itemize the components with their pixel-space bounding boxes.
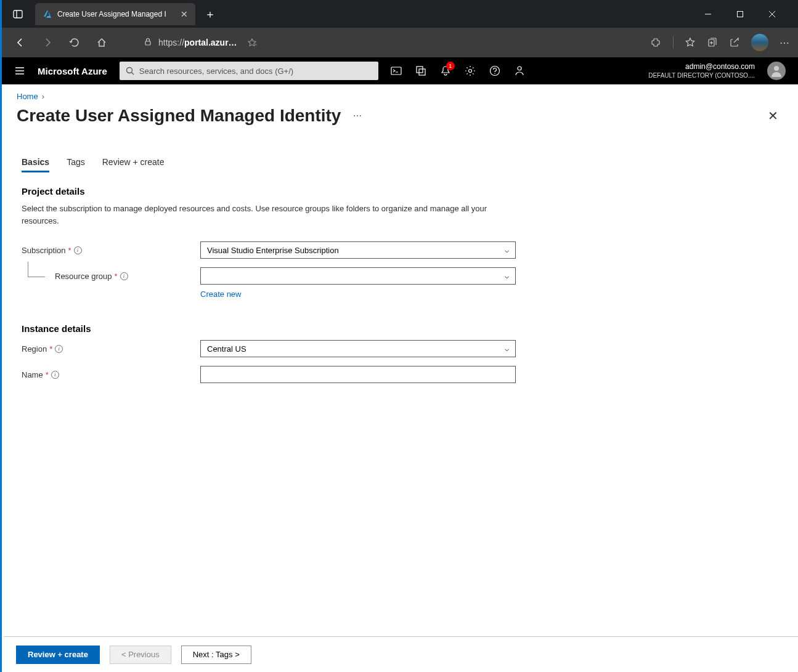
subscription-dropdown[interactable]: Visual Studio Enterprise Subscription ⌵ [200,241,516,259]
account-email: admin@contoso.com [648,62,755,72]
forward-button[interactable] [36,31,59,54]
maximize-button[interactable] [736,10,754,18]
region-dropdown[interactable]: Central US ⌵ [200,340,516,357]
svg-point-21 [494,73,495,74]
previous-button: < Previous [110,646,171,664]
tab-close-icon[interactable]: ✕ [181,9,188,19]
tab-review[interactable]: Review + create [102,153,165,172]
more-menu-icon[interactable]: ⋯ [780,37,791,49]
cloud-shell-icon[interactable] [391,65,402,76]
subscription-row: Subscription* i Visual Studio Enterprise… [17,241,783,259]
refresh-button[interactable] [63,31,86,54]
toolbar-divider [673,36,674,49]
subscription-value: Visual Studio Enterprise Subscription [207,246,339,255]
breadcrumb: Home › [17,92,783,101]
chevron-right-icon: › [42,92,44,101]
instance-details-title: Instance details [22,323,783,334]
url-text: https://portal.azur… [158,38,237,47]
share-icon[interactable] [729,37,740,48]
region-value: Central US [207,344,246,354]
favorites-icon[interactable] [685,37,696,48]
close-window-button[interactable] [768,10,786,18]
svg-rect-0 [14,10,22,18]
tab-basics[interactable]: Basics [22,153,49,172]
home-button[interactable] [91,31,113,54]
tabs: Basics Tags Review + create [17,153,783,172]
close-blade-icon[interactable]: ✕ [768,108,783,123]
svg-point-23 [774,66,779,71]
help-icon[interactable] [489,65,500,76]
search-icon [126,67,134,75]
browser-profile-avatar[interactable] [751,34,768,51]
new-tab-button[interactable]: ＋ [200,4,220,24]
account-avatar[interactable] [767,62,786,80]
azure-header: Microsoft Azure Search resources, servic… [2,57,798,84]
chevron-down-icon: ⌵ [505,246,509,254]
info-icon[interactable]: i [51,371,59,379]
chevron-down-icon: ⌵ [505,344,509,353]
browser-tab[interactable]: Create User Assigned Managed I ✕ [35,3,195,25]
collections-icon[interactable] [707,37,718,48]
account-info[interactable]: admin@contoso.com DEFAULT DIRECTORY (CON… [648,62,755,80]
browser-titlebar: Create User Assigned Managed I ✕ ＋ [2,0,798,28]
svg-text:+: + [254,43,257,47]
subscription-label: Subscription* i [22,246,200,255]
svg-point-19 [468,70,471,73]
back-button[interactable] [9,31,31,54]
tab-tags[interactable]: Tags [67,153,85,172]
resource-group-row: Resource group* i ⌵ [17,267,783,285]
notification-badge: 1 [446,62,455,70]
region-row: Region* i Central US ⌵ [17,340,783,357]
name-label: Name* i [22,370,200,379]
tab-title: Create User Assigned Managed I [57,10,166,18]
next-button[interactable]: Next : Tags > [181,646,251,664]
search-placeholder: Search resources, services, and docs (G+… [139,67,293,76]
svg-rect-18 [419,69,425,75]
browser-toolbar: https://portal.azur… + ⋯ [2,28,798,57]
account-directory: DEFAULT DIRECTORY (CONTOSO.... [648,71,755,79]
svg-rect-16 [391,67,401,75]
azure-brand[interactable]: Microsoft Azure [38,66,107,76]
page-title-row: Create User Assigned Managed Identity ⋯ … [17,106,783,126]
name-input[interactable] [200,366,516,383]
info-icon[interactable]: i [120,272,128,280]
directories-icon[interactable] [415,65,426,76]
svg-rect-3 [738,11,743,17]
info-icon[interactable]: i [55,345,63,353]
azure-search[interactable]: Search resources, services, and docs (G+… [120,62,378,80]
more-actions-icon[interactable]: ⋯ [353,111,363,121]
svg-rect-17 [417,67,423,73]
extensions-icon[interactable] [651,37,662,48]
svg-rect-6 [145,41,150,45]
favorite-icon[interactable]: + [247,38,257,47]
minimize-button[interactable] [704,10,722,18]
portal-body: Home › Create User Assigned Managed Iden… [2,84,798,636]
info-icon[interactable]: i [74,246,82,254]
svg-line-15 [131,73,134,75]
chevron-down-icon: ⌵ [505,272,509,280]
svg-point-14 [126,68,132,73]
lock-icon [144,38,153,47]
resource-group-label: Resource group* i [22,272,200,281]
notifications-icon[interactable]: 1 [440,65,451,76]
svg-point-20 [490,67,499,76]
resource-group-dropdown[interactable]: ⌵ [200,267,516,285]
hamburger-icon[interactable] [14,65,25,76]
footer-bar: Review + create < Previous Next : Tags > [4,636,798,672]
url-bar[interactable]: https://portal.azur… + [139,38,262,47]
page-title: Create User Assigned Managed Identity [17,106,341,126]
review-create-button[interactable]: Review + create [16,646,100,664]
project-details-desc: Select the subscription to manage deploy… [22,203,496,227]
tab-actions-icon[interactable] [7,3,29,25]
azure-favicon [43,9,52,19]
create-new-link[interactable]: Create new [200,289,783,299]
project-details-title: Project details [22,186,783,196]
breadcrumb-home[interactable]: Home [17,92,38,101]
svg-point-22 [518,67,521,70]
region-label: Region* i [22,344,200,354]
name-row: Name* i [17,366,783,383]
feedback-icon[interactable] [514,65,525,76]
window-controls [704,10,793,18]
settings-icon[interactable] [465,65,476,76]
